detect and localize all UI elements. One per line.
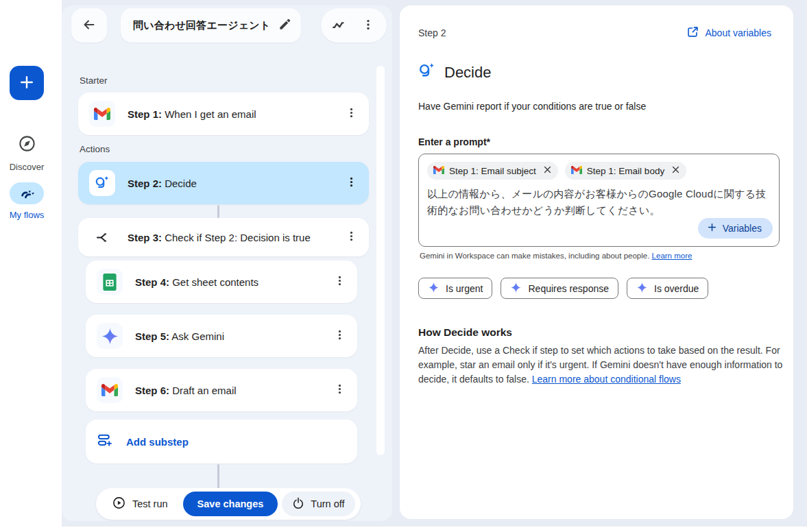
step-3-label: Step 3: Check if Step 2: Decision is tru… [128, 232, 311, 243]
suggestion-chip-is-overdue[interactable]: Is overdue [627, 278, 708, 299]
suggestion-chip-label: Requires response [528, 283, 609, 294]
turn-off-button[interactable]: Turn off [282, 492, 354, 516]
step-2-menu-button[interactable] [339, 171, 363, 195]
gemini-star-icon [510, 282, 522, 295]
conditional-flows-link[interactable]: Learn more about conditional flows [532, 374, 681, 385]
step-6-menu-button[interactable] [327, 378, 352, 402]
plus-icon [707, 222, 717, 234]
close-icon [671, 165, 680, 176]
about-variables-label: About variables [705, 27, 771, 38]
step-5-menu-button[interactable] [327, 324, 352, 348]
starter-section-label: Starter [80, 75, 108, 86]
flows-icon [19, 185, 34, 202]
variable-chip-email-subject[interactable]: Step 1: Email subject [427, 162, 558, 180]
step-4-menu-button[interactable] [327, 269, 352, 294]
back-button[interactable] [71, 8, 107, 43]
variable-chip-email-body[interactable]: Step 1: Email body [565, 162, 686, 180]
step-3-card[interactable]: Step 3: Check if Step 2: Decision is tru… [78, 218, 369, 256]
new-flow-button[interactable] [10, 66, 44, 100]
activity-icon [332, 17, 347, 34]
suggestion-chips: Is urgent Requires response Is overdue [418, 278, 771, 299]
step-3-menu-button[interactable] [339, 225, 363, 250]
how-decide-works-body: After Decide, use a Check if step to set… [418, 343, 784, 387]
about-variables-link[interactable]: About variables [687, 26, 771, 40]
gmail-icon [433, 166, 444, 176]
variables-button-label: Variables [723, 223, 762, 234]
pencil-icon [278, 18, 291, 33]
discover-label: Discover [0, 162, 53, 172]
step-2-card-selected[interactable]: Step 2: Decide [78, 162, 369, 204]
kebab-icon [346, 230, 357, 244]
suggestion-chip-is-urgent[interactable]: Is urgent [418, 278, 492, 299]
gmail-icon [571, 166, 582, 176]
kebab-icon [334, 329, 346, 343]
sidebar-item-my-flows[interactable] [10, 182, 44, 204]
step-2-label: Step 2: Decide [128, 178, 197, 189]
prompt-text[interactable]: 以上の情報から、メールの内容がお客様からのGoogle Cloudに関する技術的… [427, 186, 771, 219]
workflow-panel: 問い合わせ回答エージェント [62, 5, 392, 521]
plus-icon [19, 74, 35, 93]
flow-overflow-menu-button[interactable] [357, 14, 379, 36]
step-4-label: Step 4: Get sheet contents [135, 276, 258, 288]
edit-title-button[interactable] [278, 18, 291, 33]
add-substep-label: Add substep [126, 436, 189, 448]
my-flows-label: My flows [0, 210, 53, 220]
learn-more-link[interactable]: Learn more [652, 252, 692, 260]
turn-off-label: Turn off [311, 498, 344, 509]
test-run-label: Test run [132, 498, 168, 509]
decide-icon [89, 170, 115, 196]
suggestion-chip-label: Is urgent [446, 283, 483, 294]
kebab-icon [362, 19, 374, 33]
step-6-card[interactable]: Step 6: Draft an email [86, 369, 357, 411]
gemini-star-icon [97, 323, 123, 349]
step-1-menu-button[interactable] [339, 101, 363, 126]
play-circle-icon [112, 496, 125, 511]
actions-section-label: Actions [80, 144, 110, 154]
remove-chip-button[interactable] [671, 165, 680, 176]
step-connector-line [217, 464, 219, 488]
kebab-icon [334, 275, 346, 289]
power-icon [292, 497, 304, 511]
kebab-icon [346, 107, 357, 121]
step-6-label: Step 6: Draft an email [135, 385, 237, 396]
page-title: Decide [444, 64, 491, 82]
flow-title: 問い合わせ回答エージェント [133, 19, 270, 32]
activity-button[interactable] [328, 14, 350, 36]
sheets-icon [97, 269, 123, 295]
step-5-card[interactable]: Step 5: Ask Gemini [86, 315, 357, 357]
kebab-icon [346, 176, 357, 190]
remove-chip-button[interactable] [543, 165, 552, 176]
sidebar-item-discover[interactable] [0, 134, 53, 155]
step-1-label: Step 1: When I get an email [128, 108, 256, 120]
variable-chip-label: Step 1: Email body [587, 166, 664, 176]
flow-title-pill[interactable]: 問い合わせ回答エージェント [121, 8, 301, 43]
test-run-button[interactable]: Test run [112, 496, 168, 511]
suggestion-chip-requires-response[interactable]: Requires response [501, 278, 618, 299]
insert-variables-button[interactable]: Variables [698, 218, 773, 239]
flow-header: 問い合わせ回答エージェント [71, 8, 387, 43]
add-substep-button[interactable]: Add substep [86, 420, 357, 463]
gemini-disclaimer: Gemini in Workspace can make mistakes, i… [420, 252, 771, 260]
external-link-icon [687, 26, 699, 40]
gemini-star-icon [428, 282, 439, 295]
workflow-scrollbar-thumb[interactable] [376, 66, 385, 455]
add-substep-icon [97, 433, 112, 450]
gmail-icon [89, 101, 115, 127]
left-rail: Discover My flows [0, 0, 62, 532]
how-decide-works-title: How Decide works [418, 326, 771, 339]
gemini-star-icon [636, 282, 648, 295]
step-1-card[interactable]: Step 1: When I get an email [78, 93, 369, 135]
step-4-card[interactable]: Step 4: Get sheet contents [86, 261, 357, 303]
save-changes-button[interactable]: Save changes [183, 492, 278, 516]
decide-icon [418, 62, 435, 82]
detail-step-label: Step 2 [418, 27, 446, 38]
prompt-input[interactable]: Step 1: Email subject Step 1: Email body [418, 154, 780, 247]
step-description: Have Gemini report if your conditions ar… [418, 101, 771, 112]
flow-tools-pill [321, 8, 387, 43]
branch-icon [89, 224, 115, 250]
suggestion-chip-label: Is overdue [654, 283, 699, 294]
back-arrow-icon [82, 18, 96, 34]
kebab-icon [334, 383, 346, 397]
variable-chip-label: Step 1: Email subject [449, 166, 536, 176]
flow-action-bar: Test run Save changes Turn off [96, 488, 361, 520]
